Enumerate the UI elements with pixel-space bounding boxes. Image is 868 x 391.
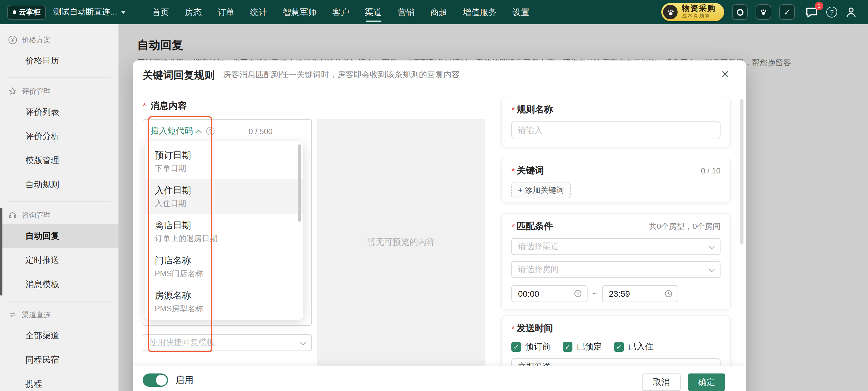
sidebar: ¥ 价格方案 价格日历 评价管理 评价列表 评价分析 模版管理 自动规则 咨询管… — [0, 24, 119, 391]
section-title: 渠道直连 — [22, 310, 51, 320]
add-keyword-button[interactable]: + 添加关键词 — [512, 183, 570, 198]
checkbox-checked-icon — [563, 342, 572, 352]
room-select[interactable]: 请选择房间 — [512, 261, 720, 278]
label-text: 发送时间 — [517, 323, 553, 334]
send-time-label: * 发送时间 — [512, 323, 720, 334]
label-text: 规则名称 — [517, 104, 553, 116]
quick-reply-template-select[interactable]: 使用快捷回复模板 — [143, 334, 312, 351]
notification-badge: 1 — [815, 2, 823, 10]
time-range-row: 00:00 ~ 23:59 — [512, 285, 720, 302]
option-desc: PMS房型名称 — [155, 303, 293, 314]
channel-select[interactable]: 请选择渠道 — [512, 238, 720, 255]
option-desc: 入住日期 — [155, 198, 293, 209]
promo-badge-material-purchase[interactable]: 物资采购 成本真划算 — [661, 3, 724, 21]
help-glyph: ? — [830, 8, 834, 16]
modal-footer: 启用 取消 确定 — [133, 366, 746, 391]
clock-icon — [574, 290, 582, 298]
main-nav: 首页 房态 订单 统计 智慧军师 客户 渠道 营销 商超 增值服务 设置 — [152, 0, 529, 24]
shortcode-option-checkout-date[interactable]: 离店日期 订单上的退房日期 — [145, 214, 303, 249]
keyword-reply-rule-modal: 关键词回复规则 房客消息匹配到任一关键词时，房客即会收到该条规则的回复内容 × … — [133, 60, 746, 391]
option-title: 离店日期 — [155, 219, 293, 231]
preview-empty-text: 暂无可预览的内容 — [367, 237, 435, 248]
nav-item-value-added[interactable]: 增值服务 — [463, 0, 497, 24]
app-icon-3[interactable] — [779, 4, 795, 20]
option-title: 入住日期 — [155, 184, 293, 196]
user-icon[interactable] — [845, 6, 857, 18]
sidebar-item-tongcheng[interactable]: 同程民宿 — [0, 348, 119, 372]
sidebar-item-auto-reply[interactable]: 自动回复 — [0, 224, 119, 248]
insert-shortcode-button[interactable]: 插入短代码 — [151, 126, 201, 137]
required-marker: * — [512, 166, 515, 176]
logo-dot-icon — [13, 10, 16, 14]
paw-icon — [759, 8, 768, 16]
checkbox-label: 已入住 — [628, 341, 653, 352]
shortcode-option-checkin-date[interactable]: 入住日期 入住日期 — [145, 179, 303, 214]
time-end-input[interactable]: 23:59 — [602, 285, 678, 302]
app-logo[interactable]: 云掌柜 — [7, 4, 46, 20]
enable-label: 启用 — [175, 373, 193, 387]
checkbox-booked[interactable]: 已预定 — [563, 341, 602, 352]
shortcode-option-booking-date[interactable]: 预订日期 下单日期 — [145, 144, 303, 179]
nav-item-settings[interactable]: 设置 — [513, 0, 529, 24]
char-counter: 0 / 500 — [248, 127, 273, 136]
label-text: 关键词 — [517, 165, 544, 176]
enable-toggle[interactable] — [143, 373, 168, 387]
sidebar-item-message-templates[interactable]: 消息模板 — [0, 272, 119, 296]
sidebar-item-scheduled-push[interactable]: 定时推送 — [0, 248, 119, 272]
modal-title: 关键词回复规则 — [143, 68, 215, 82]
nav-item-marketing[interactable]: 营销 — [398, 0, 415, 24]
checkbox-before-booking[interactable]: 预订前 — [512, 341, 551, 352]
toggle-knob — [156, 375, 167, 386]
nav-item-home[interactable]: 首页 — [152, 0, 169, 24]
checkbox-checked-in[interactable]: 已入住 — [614, 341, 653, 352]
shortcode-option-room-name[interactable]: 房源名称 PMS房型名称 — [145, 284, 303, 319]
rule-name-input[interactable] — [512, 122, 720, 138]
nav-item-customers[interactable]: 客户 — [333, 0, 349, 24]
logo-text: 云掌柜 — [19, 7, 40, 17]
checkbox-label: 预订前 — [525, 341, 551, 352]
nav-item-mall[interactable]: 商超 — [430, 0, 447, 24]
sidebar-item-review-list[interactable]: 评价列表 — [0, 100, 119, 124]
option-desc: 下单日期 — [155, 163, 293, 174]
time-end-value: 23:59 — [609, 289, 630, 298]
chevron-up-icon — [195, 129, 202, 135]
nav-item-room-status[interactable]: 房态 — [185, 0, 202, 24]
time-start-input[interactable]: 00:00 — [512, 285, 588, 302]
scrollbar-thumb[interactable] — [0, 208, 2, 295]
preview-panel: 暂无可预览的内容 — [317, 119, 485, 366]
yen-icon: ¥ — [8, 36, 17, 44]
checkbox-checked-icon — [512, 342, 521, 352]
match-summary: 共0个房型，0个房间 — [649, 221, 720, 232]
nav-item-channels[interactable]: 渠道 — [365, 0, 382, 24]
sidebar-item-price-calendar[interactable]: 价格日历 — [0, 48, 119, 72]
app-icon-2[interactable] — [755, 4, 771, 20]
promo-texts: 物资采购 成本真划算 — [682, 4, 716, 20]
nav-item-smart-advisor[interactable]: 智慧军师 — [283, 0, 317, 24]
app-icon-1[interactable] — [732, 4, 748, 20]
sidebar-item-review-analysis[interactable]: 评价分析 — [0, 124, 119, 148]
sidebar-section-price: ¥ 价格方案 — [0, 31, 119, 48]
scrollbar-thumb[interactable] — [298, 144, 301, 222]
cancel-button[interactable]: 取消 — [642, 373, 681, 391]
sidebar-section-channel-direct: 渠道直连 — [0, 306, 119, 323]
sidebar-item-auto-rules[interactable]: 自动规则 — [0, 172, 119, 196]
close-icon[interactable]: × — [721, 68, 729, 81]
sidebar-item-template-management[interactable]: 模版管理 — [0, 148, 119, 172]
sidebar-section-consulting: 咨询管理 — [0, 207, 119, 224]
shortcode-option-store-name[interactable]: 门店名称 PMS门店名称 — [145, 249, 303, 284]
confirm-button[interactable]: 确定 — [688, 373, 725, 391]
time-start-value: 00:00 — [518, 289, 539, 298]
scrollbar-thumb[interactable] — [740, 99, 743, 244]
nav-item-statistics[interactable]: 统计 — [250, 0, 267, 24]
caret-down-icon — [121, 10, 126, 13]
messages-button[interactable]: 1 — [805, 6, 818, 18]
property-switcher[interactable]: 测试自动断直连... — [53, 7, 126, 18]
app-root: 云掌柜 测试自动断直连... 首页 房态 订单 统计 智慧军师 客户 渠道 营销… — [0, 0, 868, 391]
sidebar-item-ctrip[interactable]: 携程 — [0, 372, 119, 391]
nav-item-orders[interactable]: 订单 — [218, 0, 235, 24]
sidebar-item-all-channels[interactable]: 全部渠道 — [0, 323, 119, 348]
select-placeholder: 使用快捷回复模板 — [149, 337, 215, 348]
help-icon[interactable]: ? — [826, 7, 837, 18]
top-navbar: 云掌柜 测试自动断直连... 首页 房态 订单 统计 智慧军师 客户 渠道 营销… — [0, 0, 868, 24]
help-icon[interactable]: ? — [206, 127, 215, 135]
